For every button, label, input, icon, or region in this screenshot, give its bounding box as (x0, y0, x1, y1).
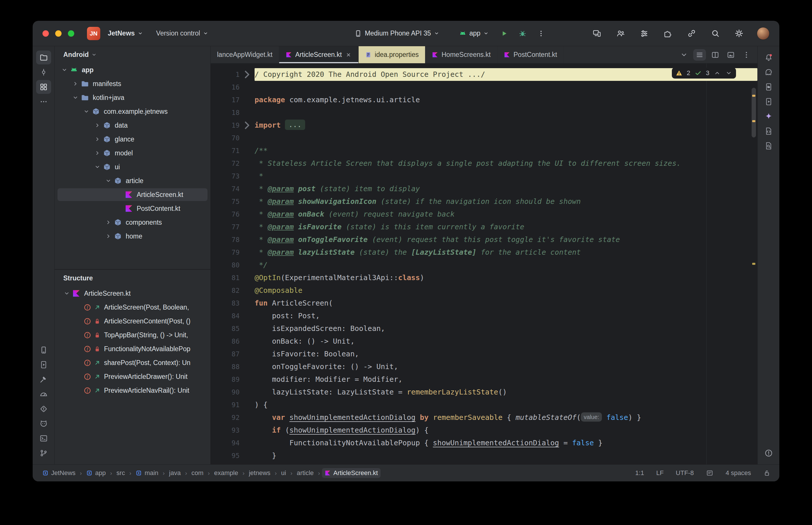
code-text[interactable]: * @param lazyListState (state) the [Lazy… (254, 246, 757, 259)
code-text[interactable]: if (showUnimplementedActionDialog) { (254, 424, 757, 437)
next-problem-button[interactable] (725, 69, 733, 77)
chevron-right-icon[interactable] (92, 134, 103, 145)
device-selector[interactable]: Medium Phone API 35 (351, 27, 443, 40)
tool-device-manager-button[interactable] (36, 343, 51, 357)
editor-tab[interactable]: lanceAppWidget.kt (211, 46, 279, 63)
code-text[interactable]: lazyListState: LazyListState = rememberL… (254, 386, 757, 399)
code-text[interactable]: import ... (254, 119, 757, 132)
line-number[interactable]: 18 (211, 106, 239, 119)
editor-tab[interactable]: HomeScreens.kt (425, 46, 497, 63)
project-tree-item[interactable]: home (55, 229, 210, 243)
line-number[interactable]: 77 (211, 221, 239, 233)
caret-position-widget[interactable]: 1:1 (635, 469, 644, 477)
line-number[interactable]: 72 (211, 157, 239, 170)
code-text[interactable]: package com.example.jetnews.ui.article (254, 93, 757, 106)
line-number[interactable]: 80 (211, 259, 239, 271)
code-text[interactable]: * (254, 170, 757, 182)
tool-more-button[interactable] (36, 95, 51, 109)
code-text[interactable]: onBack: () -> Unit, (254, 335, 757, 348)
structure-item[interactable]: fPreviewArticleNavRail(): Unit (55, 384, 210, 397)
project-tree-item[interactable]: ui (55, 160, 210, 174)
chevron-right-icon[interactable] (103, 231, 114, 241)
chevron-right-icon[interactable] (92, 120, 103, 131)
editor-more-button[interactable] (740, 49, 753, 61)
run-configuration-selector[interactable]: app (455, 27, 492, 40)
project-tree-item[interactable]: com.example.jetnews (55, 105, 210, 118)
chevron-down-icon[interactable] (92, 162, 103, 172)
tool-gemini-button[interactable] (761, 109, 776, 123)
code-text[interactable]: * @param isFavorite (state) is this item… (254, 221, 757, 233)
project-tree-item[interactable]: app (55, 63, 210, 77)
code-text[interactable]: /** (254, 145, 757, 157)
tool-code-inspection-button[interactable] (761, 139, 776, 153)
chevron-down-icon[interactable] (70, 92, 80, 103)
line-number[interactable]: 73 (211, 170, 239, 182)
title-bar[interactable]: JN JetNews Version control Medium Phone … (33, 21, 779, 46)
chevron-down-icon[interactable] (81, 106, 92, 117)
inspections-widget[interactable]: 2 3 (672, 68, 736, 78)
plugin-button[interactable] (662, 28, 674, 39)
link-button[interactable] (686, 28, 697, 39)
structure-item[interactable]: fPreviewArticleDrawer(): Unit (55, 370, 210, 384)
code-text[interactable]: post: Post, (254, 310, 757, 322)
settings-gear-button[interactable] (733, 28, 745, 39)
tool-commit-button[interactable] (36, 65, 51, 79)
line-number[interactable]: 74 (211, 182, 239, 195)
code-text[interactable]: * Stateless Article Screen that displays… (254, 157, 757, 170)
breadcrumb-item[interactable]: JetNews (40, 468, 78, 478)
tab-close-button[interactable] (345, 51, 352, 58)
breadcrumb-item[interactable]: src (114, 468, 128, 478)
code-text[interactable]: @Composable (254, 284, 757, 297)
code-text[interactable]: */ (254, 259, 757, 271)
line-number[interactable]: 87 (211, 348, 239, 360)
split-editor-button[interactable] (709, 49, 722, 61)
tool-running-devices-button[interactable] (36, 358, 51, 372)
line-number[interactable]: 84 (211, 310, 239, 322)
breadcrumb-item[interactable]: app (84, 468, 108, 478)
stripe-mark[interactable] (752, 263, 755, 265)
structure-item[interactable]: fArticleScreenContent(Post, () (55, 314, 210, 328)
readonly-toggle-widget[interactable] (763, 469, 771, 477)
preview-button[interactable] (724, 49, 737, 61)
code-text[interactable]: modifier: Modifier = Modifier, (254, 373, 757, 386)
scrollbar-thumb[interactable] (752, 88, 756, 137)
project-tree-item[interactable]: article (55, 174, 210, 188)
code-with-me-button[interactable] (615, 28, 626, 39)
project-view-mode-selector[interactable]: Android (55, 46, 210, 63)
line-number[interactable]: 81 (211, 271, 239, 284)
code-text[interactable]: @OptIn(ExperimentalMaterial3Api::class) (254, 271, 757, 284)
breadcrumb-item[interactable]: article (294, 468, 316, 478)
project-tree-item[interactable]: glance (55, 132, 210, 146)
line-number[interactable]: 91 (211, 399, 239, 411)
tool-notifications-button[interactable] (761, 50, 776, 64)
line-number[interactable]: 85 (211, 322, 239, 335)
tool-app-quality-insights-button[interactable] (36, 402, 51, 416)
line-number[interactable]: 89 (211, 373, 239, 386)
project-tree-item[interactable]: data (55, 118, 210, 132)
breadcrumb-item[interactable]: jetnews (246, 468, 273, 478)
zoom-window-button[interactable] (68, 30, 74, 37)
line-number[interactable]: 17 (211, 93, 239, 106)
code-text[interactable] (254, 132, 757, 145)
code-text[interactable]: var showUnimplementedActionDialog by rem… (254, 411, 757, 424)
line-number[interactable]: 75 (211, 195, 239, 208)
tool-terminal-button[interactable] (36, 432, 51, 445)
line-number[interactable]: 92 (211, 411, 239, 424)
tool-build-button[interactable] (36, 373, 51, 386)
line-number[interactable]: 95 (211, 449, 239, 462)
project-tree-item[interactable]: kotlin+java (55, 91, 210, 105)
breadcrumb-item[interactable]: java (166, 468, 183, 478)
breadcrumb-item[interactable]: main (133, 468, 161, 478)
tool-project-button[interactable] (36, 50, 51, 64)
line-number[interactable]: 83 (211, 297, 239, 310)
device-mirroring-button[interactable] (591, 28, 603, 39)
structure-item[interactable]: fTopAppBar(String, () -> Unit, (55, 328, 210, 342)
chevron-down-icon[interactable] (103, 176, 114, 186)
tool-gradle-button[interactable] (761, 65, 776, 79)
tool-app-links-button[interactable] (761, 124, 776, 138)
line-number[interactable]: 79 (211, 246, 239, 259)
line-number[interactable]: 94 (211, 437, 239, 449)
editor[interactable]: 1/ Copyright 2020 The Android Open Sourc… (211, 63, 757, 464)
editor-list-button[interactable] (693, 49, 706, 61)
code-text[interactable]: * @param showNavigationIcon (state) if t… (254, 195, 757, 208)
